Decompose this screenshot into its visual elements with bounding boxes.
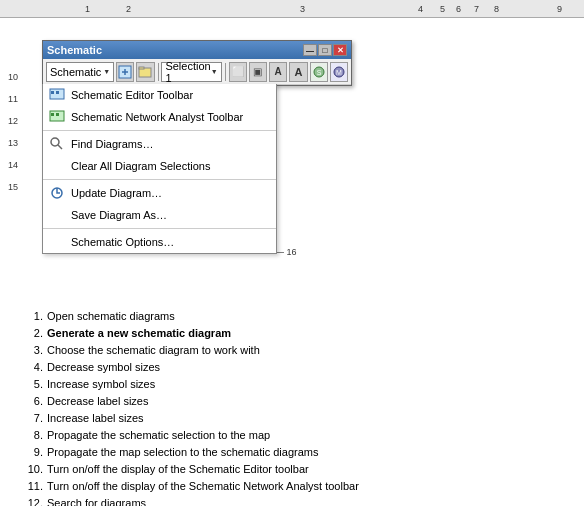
top-ruler: 1 2 3 4 5 6 7 8 9 — [0, 0, 584, 18]
ruler-num-7: 7 — [474, 4, 479, 14]
decrease-symbol-icon[interactable]: A — [269, 62, 287, 82]
svg-rect-14 — [56, 113, 59, 116]
svg-text:S: S — [316, 69, 321, 76]
svg-point-15 — [51, 138, 59, 146]
update-diagram-icon — [47, 183, 67, 203]
ruler-num-6: 6 — [456, 4, 461, 14]
ruler-num-4: 4 — [418, 4, 423, 14]
svg-rect-10 — [51, 91, 54, 94]
save-diagram-as-label: Save Diagram As… — [71, 209, 167, 221]
toolbar-separator-1 — [158, 63, 159, 81]
list-item-5: 5. Increase symbol sizes — [25, 376, 574, 392]
find-diagrams-icon — [47, 134, 67, 154]
open-schematic-icon[interactable] — [136, 62, 154, 82]
arrow-annotation-16: — 16 — [275, 247, 297, 257]
list-item-7: 7. Increase label sizes — [25, 410, 574, 426]
schematic-network-toolbar-label: Schematic Network Analyst Toolbar — [71, 111, 243, 123]
svg-text:M: M — [336, 69, 342, 76]
close-button[interactable]: ✕ — [333, 44, 347, 56]
find-diagrams-label: Find Diagrams… — [71, 138, 154, 150]
selection-dropdown[interactable]: Selection 1 ▼ — [161, 62, 221, 82]
toolbar-row: Schematic ▼ — [43, 59, 351, 85]
update-diagram-label: Update Diagram… — [71, 187, 162, 199]
increase-symbol-icon[interactable]: A — [289, 62, 307, 82]
schematic-editor-toolbar-icon — [47, 85, 67, 105]
schematic-dropdown-arrow: ▼ — [103, 68, 110, 75]
list-item-1: 1. Open schematic diagrams — [25, 308, 574, 324]
menu-separator-3 — [43, 228, 276, 229]
list-item-8: 8. Propagate the schematic selection to … — [25, 427, 574, 443]
window-controls: — □ ✕ — [303, 44, 347, 56]
ruler-num-3: 3 — [300, 4, 305, 14]
minimize-button[interactable]: — — [303, 44, 317, 56]
svg-rect-11 — [56, 91, 59, 94]
svg-rect-13 — [51, 113, 54, 116]
selection-dropdown-arrow: ▼ — [211, 68, 218, 75]
list-item-2: 2. Generate a new schematic diagram — [25, 325, 574, 341]
list-item-9: 9. Propagate the map selection to the sc… — [25, 444, 574, 460]
propagate-map-icon[interactable]: M — [330, 62, 348, 82]
ruler-num-5: 5 — [440, 4, 445, 14]
list-item-11: 11. Turn on/off the display of the Schem… — [25, 478, 574, 494]
list-item-10: 10. Turn on/off the display of the Schem… — [25, 461, 574, 477]
ruler-num-9: 9 — [557, 4, 562, 14]
ruler-num-2: 2 — [126, 4, 131, 14]
schematic-dropdown[interactable]: Schematic ▼ — [46, 62, 114, 82]
schematic-network-toolbar-icon — [47, 107, 67, 127]
left-row-numbers: 10 11 12 13 14 15 — [8, 66, 18, 198]
window-title: Schematic — [47, 44, 102, 56]
list-item-3: 3. Choose the schematic diagram to work … — [25, 342, 574, 358]
menu-item-schematic-network-toolbar[interactable]: Schematic Network Analyst Toolbar — [43, 106, 276, 128]
schematic-options-label: Schematic Options… — [71, 236, 174, 248]
list-item-12: 12. Search for diagrams — [25, 495, 574, 506]
toolbar-separator-2 — [225, 63, 226, 81]
restore-icon[interactable]: ⬜ — [229, 62, 247, 82]
list-item-4: 4. Decrease symbol sizes — [25, 359, 574, 375]
clear-all-selections-label: Clear All Diagram Selections — [71, 160, 210, 172]
window-titlebar: Schematic — □ ✕ — [43, 41, 351, 59]
svg-rect-4 — [139, 67, 144, 69]
menu-item-save-diagram-as[interactable]: Save Diagram As… — [43, 204, 276, 226]
menu-separator-1 — [43, 130, 276, 131]
menu-item-find-diagrams[interactable]: Find Diagrams… — [43, 133, 276, 155]
ruler-num-1: 1 — [85, 4, 90, 14]
selection-dropdown-label: Selection 1 — [165, 60, 210, 84]
menu-item-schematic-editor-toolbar[interactable]: Schematic Editor Toolbar — [43, 84, 276, 106]
numbered-list: 1. Open schematic diagrams 2. Generate a… — [25, 308, 574, 506]
schematic-editor-toolbar-label: Schematic Editor Toolbar — [71, 89, 193, 101]
new-schematic-icon[interactable] — [116, 62, 134, 82]
list-item-6: 6. Decrease label sizes — [25, 393, 574, 409]
menu-separator-2 — [43, 179, 276, 180]
propagate-schematic-icon[interactable]: S — [310, 62, 328, 82]
menu-item-clear-all-selections[interactable]: Clear All Diagram Selections — [43, 155, 276, 177]
restore-button[interactable]: □ — [318, 44, 332, 56]
ruler-num-8: 8 — [494, 4, 499, 14]
schematic-dropdown-label: Schematic — [50, 66, 101, 78]
svg-line-16 — [58, 145, 62, 149]
menu-item-update-diagram[interactable]: Update Diagram… — [43, 182, 276, 204]
dock-icon[interactable]: ▣ — [249, 62, 267, 82]
dropdown-menu: Schematic Editor Toolbar Schematic Netwo… — [42, 84, 277, 254]
schematic-window: Schematic — □ ✕ Schematic ▼ — [42, 40, 352, 86]
menu-item-schematic-options[interactable]: Schematic Options… — [43, 231, 276, 253]
